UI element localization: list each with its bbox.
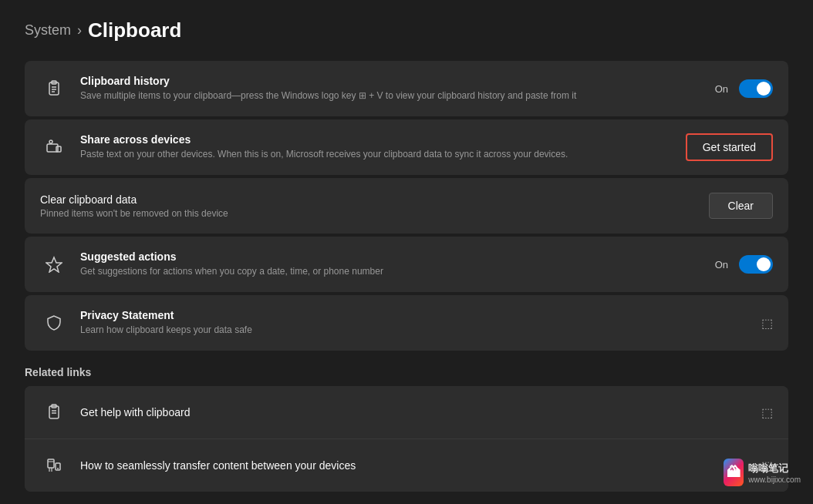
watermark-bottom-text: www.bijixx.com (748, 475, 801, 484)
clipboard-history-desc: Save multiple items to your clipboard—pr… (80, 89, 703, 102)
suggested-actions-section: Suggested actions Get suggestions for ac… (25, 237, 788, 292)
related-links-label: Related links (25, 366, 788, 378)
help-clipboard-external-icon: ⬚ (761, 405, 773, 420)
privacy-statement-section: Privacy Statement Learn how clipboard ke… (25, 295, 788, 351)
svg-point-16 (57, 468, 59, 469)
transfer-content-content: How to seamlessly transfer content betwe… (80, 459, 749, 472)
clipboard-history-title: Clipboard history (80, 75, 703, 87)
privacy-statement-title: Privacy Statement (80, 309, 749, 321)
get-started-button[interactable]: Get started (686, 133, 773, 161)
suggested-actions-desc: Get suggestions for actions when you cop… (80, 265, 703, 278)
clipboard-history-toggle[interactable] (739, 79, 773, 98)
clear-clipboard-content: Clear clipboard data Pinned items won't … (40, 193, 697, 219)
clear-clipboard-section: Clear clipboard data Pinned items won't … (25, 178, 788, 234)
suggested-actions-title: Suggested actions (80, 250, 703, 263)
share-devices-title: Share across devices (80, 133, 673, 146)
watermark: 🏔 嗡嗡笔记 www.bijixx.com (724, 453, 801, 492)
suggested-actions-toggle-label: On (715, 259, 728, 270)
clear-button[interactable]: Clear (709, 193, 773, 219)
share-devices-icon (40, 133, 68, 161)
svg-marker-9 (46, 257, 62, 272)
svg-rect-6 (56, 146, 61, 152)
clear-clipboard-title: Clear clipboard data (40, 193, 697, 206)
suggested-actions-content: Suggested actions Get suggestions for ac… (80, 250, 703, 278)
page-title: Clipboard (88, 18, 181, 42)
transfer-content-label: How to seamlessly transfer content betwe… (80, 459, 356, 472)
clear-clipboard-action: Clear (709, 193, 773, 219)
related-links-section: Get help with clipboard ⬚ How to seamles… (25, 386, 788, 492)
suggested-actions-icon (40, 250, 68, 278)
external-link-icon: ⬚ (761, 316, 773, 331)
help-clipboard-label: Get help with clipboard (80, 406, 190, 418)
share-devices-desc: Paste text on your other devices. When t… (80, 148, 673, 161)
svg-point-7 (49, 140, 52, 143)
list-item[interactable]: How to seamlessly transfer content betwe… (25, 439, 788, 492)
share-devices-content: Share across devices Paste text on your … (80, 133, 673, 161)
help-clipboard-icon (40, 398, 68, 426)
watermark-text: 嗡嗡笔记 www.bijixx.com (748, 462, 801, 484)
clipboard-history-section: Clipboard history Save multiple items to… (25, 61, 788, 116)
breadcrumb-separator: › (77, 22, 82, 39)
privacy-statement-content: Privacy Statement Learn how clipboard ke… (80, 309, 749, 337)
clipboard-history-row: Clipboard history Save multiple items to… (25, 61, 788, 116)
privacy-statement-icon (40, 309, 68, 337)
clipboard-history-action: On (715, 79, 773, 98)
breadcrumb: System › Clipboard (25, 18, 788, 42)
privacy-statement-action: ⬚ (761, 316, 773, 331)
clipboard-history-content: Clipboard history Save multiple items to… (80, 75, 703, 102)
svg-rect-14 (48, 459, 54, 468)
breadcrumb-system: System (25, 22, 71, 39)
privacy-statement-desc: Learn how clipboard keeps your data safe (80, 324, 749, 337)
share-devices-row: Share across devices Paste text on your … (25, 119, 788, 175)
help-clipboard-content: Get help with clipboard (80, 405, 749, 419)
clear-clipboard-desc: Pinned items won't be removed on this de… (40, 208, 697, 219)
list-item[interactable]: Get help with clipboard ⬚ (25, 386, 788, 439)
watermark-logo: 🏔 (724, 459, 744, 486)
suggested-actions-action: On (715, 255, 773, 274)
clear-clipboard-row: Clear clipboard data Pinned items won't … (25, 178, 788, 234)
privacy-statement-row[interactable]: Privacy Statement Learn how clipboard ke… (25, 295, 788, 351)
share-devices-section: Share across devices Paste text on your … (25, 119, 788, 175)
suggested-actions-toggle[interactable] (739, 255, 773, 274)
suggested-actions-row: Suggested actions Get suggestions for ac… (25, 237, 788, 292)
help-clipboard-action: ⬚ (761, 405, 773, 420)
clipboard-history-toggle-label: On (715, 83, 728, 95)
transfer-content-icon (40, 452, 68, 479)
watermark-top-text: 嗡嗡笔记 (748, 462, 801, 475)
share-devices-action: Get started (686, 133, 773, 161)
clipboard-history-icon (40, 75, 68, 102)
